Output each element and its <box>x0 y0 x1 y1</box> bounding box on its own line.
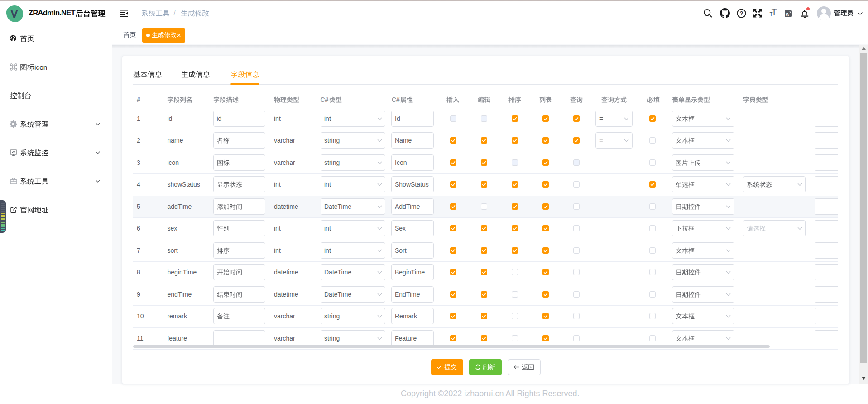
svg-text:?: ? <box>740 10 743 17</box>
